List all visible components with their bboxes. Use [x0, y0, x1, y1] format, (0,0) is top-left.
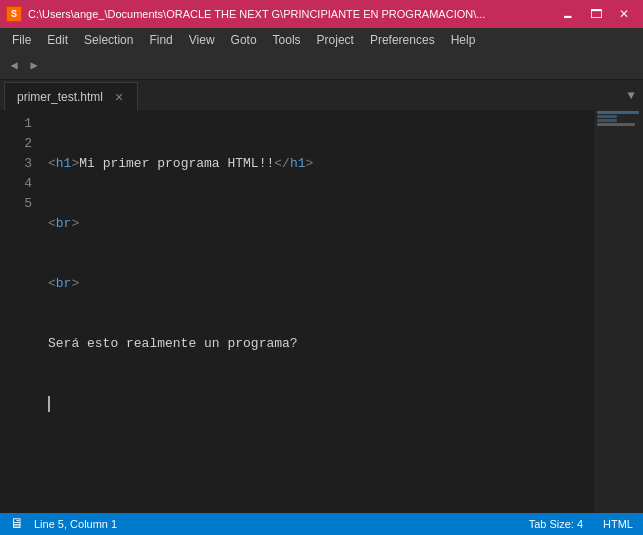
nav-back-button[interactable]: ◀: [4, 56, 24, 76]
nav-bar: ◀ ▶: [0, 52, 643, 80]
code-line-3: <br>: [48, 274, 585, 294]
line-number-2: 2: [0, 134, 32, 154]
tab-bar: primer_test.html × ▼: [0, 80, 643, 110]
code-line-4: Será esto realmente un programa?: [48, 334, 585, 354]
language-mode: HTML: [603, 518, 633, 530]
line-numbers: 1 2 3 4 5: [0, 110, 40, 513]
minimap-content: [593, 110, 643, 513]
menu-item-edit[interactable]: Edit: [39, 29, 76, 51]
window-controls: 🗕 🗖 ✕: [555, 4, 637, 24]
tab-label: primer_test.html: [17, 90, 103, 104]
minimap-line-1: [597, 111, 639, 114]
code-line-1: <h1>Mi primer programa HTML!!</h1>: [48, 154, 585, 174]
menu-item-tools[interactable]: Tools: [265, 29, 309, 51]
line-number-4: 4: [0, 174, 32, 194]
tab-close-button[interactable]: ×: [111, 89, 127, 105]
menu-item-preferences[interactable]: Preferences: [362, 29, 443, 51]
minimize-button[interactable]: 🗕: [555, 4, 581, 24]
code-editor[interactable]: <h1>Mi primer programa HTML!!</h1> <br> …: [40, 110, 593, 513]
cursor-position: Line 5, Column 1: [34, 518, 117, 530]
app-icon-label: S: [11, 9, 17, 20]
menu-item-find[interactable]: Find: [141, 29, 180, 51]
status-bar-right: Tab Size: 4 HTML: [529, 518, 633, 530]
status-bar: 🖥 Line 5, Column 1 Tab Size: 4 HTML: [0, 513, 643, 535]
menu-item-selection[interactable]: Selection: [76, 29, 141, 51]
code-line-5: [48, 394, 585, 414]
tab-dropdown-button[interactable]: ▼: [619, 82, 643, 110]
line-number-1: 1: [0, 114, 32, 134]
minimap-line-2: [597, 115, 617, 118]
minimap: [593, 110, 643, 513]
menu-item-help[interactable]: Help: [443, 29, 484, 51]
title-bar-left: S C:\Users\ange_\Documents\ORACLE THE NE…: [6, 6, 485, 22]
menu-item-view[interactable]: View: [181, 29, 223, 51]
nav-forward-button[interactable]: ▶: [24, 56, 44, 76]
tab-size: Tab Size: 4: [529, 518, 583, 530]
menu-item-file[interactable]: File: [4, 29, 39, 51]
tab-primer-test[interactable]: primer_test.html ×: [4, 82, 138, 110]
menu-item-goto[interactable]: Goto: [223, 29, 265, 51]
menu-item-project[interactable]: Project: [309, 29, 362, 51]
minimap-line-4: [597, 123, 635, 126]
close-button[interactable]: ✕: [611, 4, 637, 24]
status-bar-left: 🖥 Line 5, Column 1: [10, 516, 117, 532]
editor[interactable]: 1 2 3 4 5 <h1>Mi primer programa HTML!!<…: [0, 110, 643, 513]
window-title: C:\Users\ange_\Documents\ORACLE THE NEXT…: [28, 8, 485, 20]
app-icon: S: [6, 6, 22, 22]
text-cursor: [48, 396, 50, 412]
maximize-button[interactable]: 🗖: [583, 4, 609, 24]
title-bar: S C:\Users\ange_\Documents\ORACLE THE NE…: [0, 0, 643, 28]
minimap-line-3: [597, 119, 617, 122]
monitor-icon: 🖥: [10, 516, 24, 532]
code-line-2: <br>: [48, 214, 585, 234]
line-number-5: 5: [0, 194, 32, 214]
menu-bar: File Edit Selection Find View Goto Tools…: [0, 28, 643, 52]
line-number-3: 3: [0, 154, 32, 174]
